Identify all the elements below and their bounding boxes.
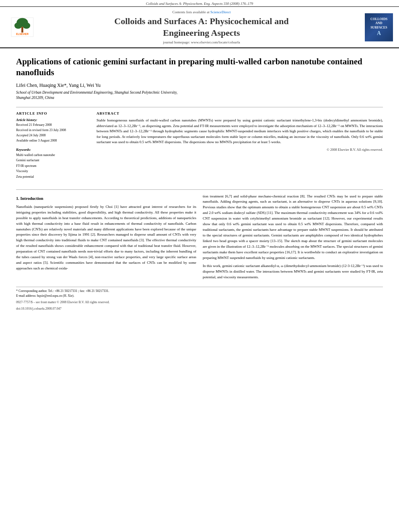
- sciencedirect-line: Contents lists available at ScienceDirec…: [173, 10, 231, 14]
- article-history-title: Article history:: [16, 118, 88, 122]
- keyword-item: Zeta potential: [16, 174, 88, 180]
- sciencedirect-link[interactable]: ScienceDirect: [210, 10, 230, 14]
- body-left-column: 1. Introduction Nanofluids (nanoparticle…: [16, 194, 196, 283]
- footnote-corresponding: * Corresponding author. Tel.: +86 21 502…: [16, 289, 383, 294]
- article-authors: Lifei Chen, Huaqing Xie*, Yang Li, Wei Y…: [16, 82, 383, 88]
- footnote-area: * Corresponding author. Tel.: +86 21 502…: [16, 287, 383, 311]
- journal-citation: Colloids and Surfaces A: Physicochem. En…: [146, 2, 253, 6]
- keywords-label: Keywords:: [16, 148, 88, 152]
- journal-header-center: Contents lists available at ScienceDirec…: [44, 10, 359, 44]
- body-columns: 1. Introduction Nanofluids (nanoparticle…: [16, 194, 383, 283]
- keyword-item: Multi-walled carbon nanotube: [16, 152, 88, 158]
- body-paragraph: tion treatment [6,7] and solid-phase mec…: [203, 194, 383, 261]
- issn-line: 0927-7757/$ – see front matter © 2008 El…: [16, 300, 383, 305]
- svg-text:ELSEVIER: ELSEVIER: [16, 33, 29, 35]
- badge-text: COLLOIDS AND SURFACES A: [370, 16, 388, 38]
- body-divider: [16, 189, 383, 190]
- abstract-column: ABSTRACT Stable homogeneous nanofluids o…: [97, 111, 383, 183]
- article-affiliation: School of Urban Development and Environm…: [16, 90, 383, 101]
- article-info-label: ARTICLE INFO: [16, 111, 88, 115]
- top-bar: Colloids and Surfaces A: Physicochem. En…: [0, 0, 399, 7]
- elsevier-logo-area: ELSEVIER: [4, 10, 40, 44]
- keyword-item: FT-IR spectrum: [16, 163, 88, 169]
- doi-line: doi:10.1016/j.colsurfa.2008.07.047: [16, 306, 383, 311]
- elsevier-logo-icon: ELSEVIER: [7, 16, 37, 38]
- footnote-email: E-mail address: hqxie@eed.sspu.cn (H. Xi…: [16, 294, 383, 298]
- article-history-block: Article history: Received 21 February 20…: [16, 118, 88, 143]
- article-info-column: ARTICLE INFO Article history: Received 2…: [16, 111, 88, 183]
- svg-rect-4: [21, 27, 23, 33]
- journal-badge-area: COLLOIDS AND SURFACES A: [363, 10, 395, 44]
- copyright-line: © 2008 Elsevier B.V. All rights reserved…: [97, 148, 383, 152]
- article-content: Applications of cationic gemini surfacta…: [0, 48, 399, 319]
- abstract-text: Stable homogeneous nanofluids of multi-w…: [97, 118, 383, 145]
- article-dates: Received 21 February 2008 Received in re…: [16, 123, 88, 143]
- journal-header: ELSEVIER Contents lists available at Sci…: [0, 7, 399, 48]
- body-paragraph: In this work, gemini cationic surfactant…: [203, 263, 383, 280]
- journal-badge: COLLOIDS AND SURFACES A: [365, 13, 393, 41]
- journal-homepage: journal homepage: www.elsevier.com/locat…: [163, 40, 240, 44]
- journal-title: Colloids and Surfaces A: Physicochemical…: [114, 16, 288, 39]
- abstract-label: ABSTRACT: [97, 111, 383, 115]
- article-title: Applications of cationic gemini surfacta…: [16, 56, 383, 78]
- intro-paragraph-left: Nanofluids (nanoparticle suspensions) pr…: [16, 204, 196, 271]
- svg-point-2: [14, 23, 22, 29]
- keywords-list: Multi-walled carbon nanotubeGemini surfa…: [16, 152, 88, 180]
- keyword-item: Gemini surfactant: [16, 158, 88, 163]
- body-paragraph: Nanofluids (nanoparticle suspensions) pr…: [16, 204, 196, 271]
- body-right-column: tion treatment [6,7] and solid-phase mec…: [203, 194, 383, 283]
- svg-point-3: [23, 23, 30, 29]
- keywords-block: Keywords: Multi-walled carbon nanotubeGe…: [16, 148, 88, 180]
- page-wrapper: Colloids and Surfaces A: Physicochem. En…: [0, 0, 399, 319]
- article-info-abstract-section: ARTICLE INFO Article history: Received 2…: [16, 111, 383, 183]
- divider: [16, 107, 383, 107]
- keyword-item: Viscosity: [16, 168, 88, 174]
- section1-heading: 1. Introduction: [16, 195, 196, 202]
